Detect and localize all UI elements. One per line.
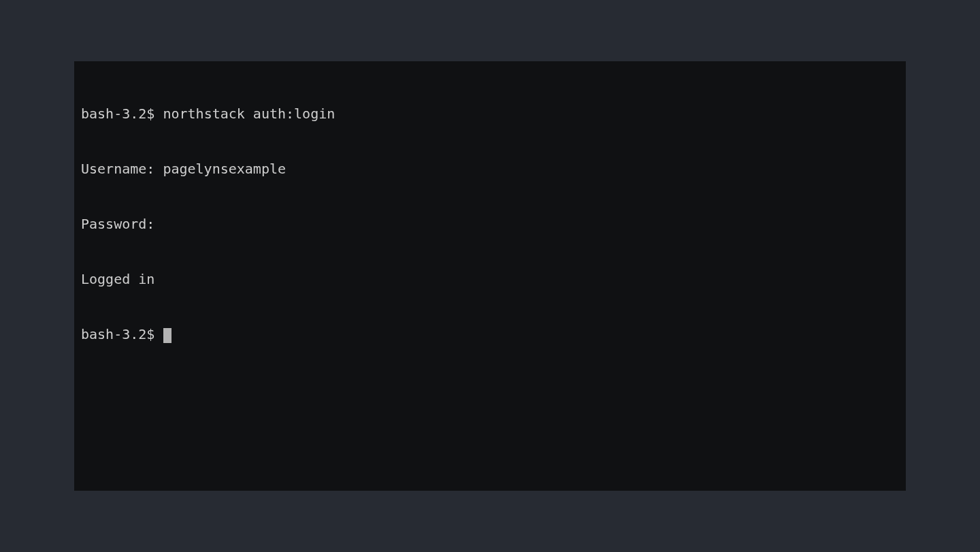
output-text: Logged in (81, 271, 154, 287)
shell-prompt: bash-3.2$ (81, 326, 163, 342)
terminal-line: bash-3.2$ (81, 325, 899, 344)
terminal-line: Username: pagelynsexample (81, 160, 899, 178)
cursor-icon (163, 328, 172, 343)
terminal-line: bash-3.2$ northstack auth:login (81, 105, 899, 123)
output-text: Username: pagelynsexample (81, 161, 286, 177)
output-text: Password: (81, 216, 154, 232)
shell-prompt: bash-3.2$ (81, 105, 163, 122)
terminal-window[interactable]: bash-3.2$ northstack auth:login Username… (74, 61, 906, 491)
terminal-line: Password: (81, 215, 899, 233)
terminal-line: Logged in (81, 270, 899, 289)
command-text: northstack auth:login (163, 105, 335, 122)
